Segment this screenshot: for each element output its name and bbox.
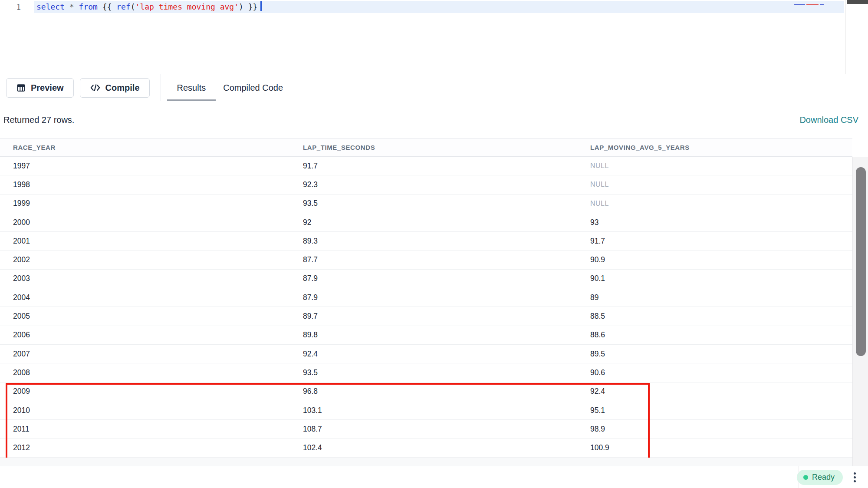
table-cell: NULL: [590, 200, 852, 208]
table-cell: 96.8: [303, 387, 590, 396]
table-cell: 108.7: [303, 425, 590, 434]
paren: (: [131, 2, 135, 11]
table-cell: 88.5: [590, 312, 852, 321]
table-cell: 2007: [13, 350, 303, 359]
table-row: 200189.391.7: [0, 232, 852, 251]
compile-button-label: Compile: [105, 83, 140, 93]
table-row: 2012102.4100.9: [0, 439, 852, 457]
table-cell: 1997: [13, 162, 303, 171]
kebab-menu-icon: [854, 472, 856, 475]
table-cell: 90.9: [590, 255, 852, 264]
dbt-ide-results-panel: { "editor": { "line_number": "1", "code_…: [0, 0, 868, 488]
table-cell: 92: [303, 218, 590, 227]
table-row: 200792.489.5: [0, 345, 852, 363]
table-cell: 100.9: [590, 443, 852, 452]
code-editor[interactable]: 1 select * from {{ ref('lap_times_moving…: [0, 0, 868, 74]
tab-results-label: Results: [177, 83, 206, 93]
table-cell: 92.4: [590, 387, 852, 396]
minimap-code-mark: [820, 4, 824, 5]
table-cell: 2003: [13, 274, 303, 283]
table-cell: 93: [590, 218, 852, 227]
table-scrollbar-track[interactable]: [852, 157, 868, 466]
table-cell: 1998: [13, 180, 303, 189]
results-toolbar: Preview Compile Results Compiled Code: [0, 74, 868, 101]
table-cell: NULL: [590, 162, 852, 170]
table-row: 20009293: [0, 213, 852, 232]
column-header-race-year: RACE_YEAR: [13, 144, 303, 151]
table-cell: 87.9: [303, 293, 590, 302]
sql-keyword: select: [36, 2, 69, 11]
code-line[interactable]: select * from {{ ref('lap_times_moving_a…: [36, 1, 262, 13]
results-info-bar: Returned 27 rows. Download CSV: [0, 109, 868, 130]
table-cell: 91.7: [303, 162, 590, 171]
table-row: 200893.590.6: [0, 363, 852, 382]
preview-button[interactable]: Preview: [6, 78, 74, 98]
table-cell: 89.7: [303, 312, 590, 321]
kebab-menu-icon: [854, 476, 856, 478]
table-cell: 2002: [13, 255, 303, 264]
table-row: 199892.3NULL: [0, 175, 852, 194]
table-icon: [16, 83, 26, 93]
tab-compiled-code[interactable]: Compiled Code: [223, 74, 283, 101]
status-bar-divider: [799, 466, 799, 488]
table-cell: 2005: [13, 312, 303, 321]
table-cell: 2012: [13, 443, 303, 452]
text-cursor: [260, 1, 262, 11]
sql-string: 'lap_times_moving_avg': [135, 2, 239, 11]
table-cell: 98.9: [590, 425, 852, 434]
table-scrollbar-thumb[interactable]: [856, 167, 866, 356]
table-cell: 93.5: [303, 199, 590, 208]
table-body: 199791.7NULL199892.3NULL199993.5NULL2000…: [0, 157, 852, 458]
table-cell: 95.1: [590, 406, 852, 415]
table-row: 2011108.798.9: [0, 420, 852, 439]
table-cell: 2001: [13, 237, 303, 246]
table-row: 200689.888.6: [0, 326, 852, 345]
returned-rows-text: Returned 27 rows.: [3, 115, 74, 125]
table-cell: 1999: [13, 199, 303, 208]
preview-button-label: Preview: [31, 83, 64, 93]
toolbar-divider: [161, 74, 161, 101]
green-dot-icon: [803, 475, 808, 480]
table-cell: 2011: [13, 425, 303, 434]
tab-compiled-code-label: Compiled Code: [223, 83, 283, 93]
minimap-divider: [845, 0, 846, 74]
code-icon: [90, 83, 101, 92]
paren: ): [239, 2, 248, 11]
table-row: 200287.790.9: [0, 251, 852, 269]
column-header-lap-time: LAP_TIME_SECONDS: [303, 144, 590, 151]
table-cell: 89.3: [303, 237, 590, 246]
table-cell: 2009: [13, 387, 303, 396]
editor-scrollbar-thumb[interactable]: [847, 0, 868, 4]
tab-results[interactable]: Results: [177, 74, 206, 101]
jinja-brace: }}: [248, 2, 258, 11]
sql-operator: *: [69, 2, 79, 11]
table-row: 200387.990.1: [0, 270, 852, 288]
table-row: 199791.7NULL: [0, 157, 852, 175]
table-cell: 87.7: [303, 255, 590, 264]
table-cell: 102.4: [303, 443, 590, 452]
compile-button[interactable]: Compile: [80, 78, 150, 98]
table-cell: 90.6: [590, 368, 852, 377]
kebab-menu-button[interactable]: [852, 471, 858, 484]
table-header-row: RACE_YEAR LAP_TIME_SECONDS LAP_MOVING_AV…: [0, 138, 852, 157]
jinja-ref-function: ref: [116, 2, 131, 11]
table-cell: 2008: [13, 368, 303, 377]
active-tab-underline: [167, 99, 216, 101]
table-cell: 89.8: [303, 330, 590, 340]
minimap-code-mark: [794, 4, 805, 5]
table-row: 200996.892.4: [0, 382, 852, 401]
column-header-moving-avg: LAP_MOVING_AVG_5_YEARS: [590, 144, 852, 151]
kebab-menu-icon: [854, 480, 856, 482]
table-cell: 2004: [13, 293, 303, 302]
bottom-status-bar: Ready: [0, 466, 868, 488]
sql-keyword: from: [79, 2, 102, 11]
table-cell: 90.1: [590, 274, 852, 283]
download-csv-link[interactable]: Download CSV: [799, 115, 858, 125]
table-cell: NULL: [590, 181, 852, 188]
table-cell: 88.6: [590, 330, 852, 340]
table-cell: 91.7: [590, 237, 852, 246]
status-badge: Ready: [797, 470, 843, 485]
table-cell: 93.5: [303, 368, 590, 377]
minimap-code-mark: [806, 4, 819, 5]
table-cell: 92.4: [303, 350, 590, 359]
